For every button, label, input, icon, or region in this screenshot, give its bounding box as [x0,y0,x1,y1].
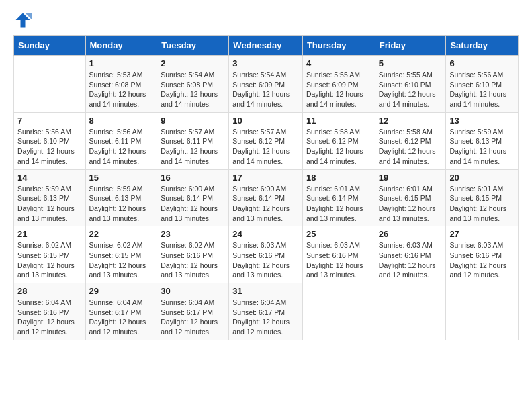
day-info: Sunrise: 6:03 AMSunset: 6:16 PMDaylight:… [379,240,443,280]
day-number: 27 [449,229,515,239]
day-cell: 11Sunrise: 5:58 AMSunset: 6:12 PMDayligh… [302,112,375,169]
logo [13,11,35,30]
day-number: 24 [232,229,299,239]
day-info: Sunrise: 5:55 AMSunset: 6:10 PMDaylight:… [379,70,443,109]
day-cell: 31Sunrise: 6:04 AMSunset: 6:17 PMDayligh… [229,283,303,340]
day-info: Sunrise: 5:59 AMSunset: 6:13 PMDaylight:… [449,127,515,167]
day-cell: 22Sunrise: 6:02 AMSunset: 6:15 PMDayligh… [85,226,157,283]
day-cell: 20Sunrise: 6:01 AMSunset: 6:15 PMDayligh… [446,169,519,226]
day-cell: 23Sunrise: 6:02 AMSunset: 6:16 PMDayligh… [157,226,229,283]
day-cell: 5Sunrise: 5:55 AMSunset: 6:10 PMDaylight… [375,56,446,113]
day-number: 14 [17,173,82,183]
day-info: Sunrise: 5:57 AMSunset: 6:11 PMDaylight:… [161,127,225,167]
day-cell: 3Sunrise: 5:54 AMSunset: 6:09 PMDaylight… [229,56,303,113]
day-info: Sunrise: 5:55 AMSunset: 6:09 PMDaylight:… [306,70,371,109]
day-cell: 14Sunrise: 5:59 AMSunset: 6:13 PMDayligh… [14,169,86,226]
header-day: Monday [85,36,157,56]
day-number: 29 [89,286,154,296]
header-day: Wednesday [229,36,303,56]
header-day: Friday [375,36,446,56]
header-day: Saturday [446,36,519,56]
day-cell: 24Sunrise: 6:03 AMSunset: 6:16 PMDayligh… [229,226,303,283]
page: SundayMondayTuesdayWednesdayThursdayFrid… [0,0,532,411]
day-info: Sunrise: 6:04 AMSunset: 6:17 PMDaylight:… [232,298,299,337]
day-number: 10 [232,116,299,126]
week-row: 14Sunrise: 5:59 AMSunset: 6:13 PMDayligh… [14,169,519,226]
week-row: 7Sunrise: 5:56 AMSunset: 6:10 PMDaylight… [14,112,519,169]
day-cell: 30Sunrise: 6:04 AMSunset: 6:17 PMDayligh… [157,283,229,340]
day-info: Sunrise: 5:54 AMSunset: 6:09 PMDaylight:… [232,70,299,109]
day-number: 13 [449,116,515,126]
day-number: 12 [379,116,443,126]
day-info: Sunrise: 5:58 AMSunset: 6:12 PMDaylight:… [379,127,443,167]
day-info: Sunrise: 6:04 AMSunset: 6:17 PMDaylight:… [89,298,154,337]
calendar-table: SundayMondayTuesdayWednesdayThursdayFrid… [13,35,519,340]
day-cell: 6Sunrise: 5:56 AMSunset: 6:10 PMDaylight… [446,56,519,113]
day-cell [302,283,375,340]
day-info: Sunrise: 6:03 AMSunset: 6:16 PMDaylight:… [232,240,299,280]
day-number: 17 [232,173,299,183]
header-day: Thursday [302,36,375,56]
day-info: Sunrise: 5:56 AMSunset: 6:10 PMDaylight:… [17,127,82,167]
week-row: 1Sunrise: 5:53 AMSunset: 6:08 PMDaylight… [14,56,519,113]
day-number: 3 [232,58,299,68]
day-info: Sunrise: 6:04 AMSunset: 6:17 PMDaylight:… [161,298,225,337]
day-number: 30 [161,286,225,296]
day-info: Sunrise: 6:02 AMSunset: 6:16 PMDaylight:… [161,240,225,280]
day-info: Sunrise: 6:00 AMSunset: 6:14 PMDaylight:… [232,184,299,224]
day-cell: 13Sunrise: 5:59 AMSunset: 6:13 PMDayligh… [446,112,519,169]
day-info: Sunrise: 5:57 AMSunset: 6:12 PMDaylight:… [232,127,299,167]
day-info: Sunrise: 5:59 AMSunset: 6:13 PMDaylight:… [17,184,82,224]
day-info: Sunrise: 6:04 AMSunset: 6:16 PMDaylight:… [17,298,82,337]
day-number: 23 [161,229,225,239]
day-number: 5 [379,58,443,68]
day-cell: 26Sunrise: 6:03 AMSunset: 6:16 PMDayligh… [375,226,446,283]
day-cell: 2Sunrise: 5:54 AMSunset: 6:08 PMDaylight… [157,56,229,113]
day-info: Sunrise: 5:59 AMSunset: 6:13 PMDaylight:… [89,184,154,224]
day-info: Sunrise: 6:01 AMSunset: 6:15 PMDaylight:… [379,184,443,224]
day-cell: 19Sunrise: 6:01 AMSunset: 6:15 PMDayligh… [375,169,446,226]
header-day: Tuesday [157,36,229,56]
day-cell: 15Sunrise: 5:59 AMSunset: 6:13 PMDayligh… [85,169,157,226]
day-cell: 21Sunrise: 6:02 AMSunset: 6:15 PMDayligh… [14,226,86,283]
day-info: Sunrise: 5:53 AMSunset: 6:08 PMDaylight:… [89,70,154,109]
day-cell: 27Sunrise: 6:03 AMSunset: 6:16 PMDayligh… [446,226,519,283]
day-number: 21 [17,229,82,239]
header-day: Sunday [14,36,86,56]
day-number: 2 [161,58,225,68]
day-info: Sunrise: 6:01 AMSunset: 6:14 PMDaylight:… [306,184,371,224]
day-info: Sunrise: 6:02 AMSunset: 6:15 PMDaylight:… [17,240,82,280]
day-number: 4 [306,58,371,68]
day-number: 18 [306,173,371,183]
logo-icon [13,11,32,30]
day-number: 22 [89,229,154,239]
day-info: Sunrise: 6:03 AMSunset: 6:16 PMDaylight:… [449,240,515,280]
day-number: 6 [449,58,515,68]
day-number: 31 [232,286,299,296]
day-info: Sunrise: 6:03 AMSunset: 6:16 PMDaylight:… [306,240,371,280]
day-cell: 16Sunrise: 6:00 AMSunset: 6:14 PMDayligh… [157,169,229,226]
day-info: Sunrise: 6:01 AMSunset: 6:15 PMDaylight:… [449,184,515,224]
day-cell [446,283,519,340]
day-number: 20 [449,173,515,183]
day-number: 26 [379,229,443,239]
day-info: Sunrise: 6:02 AMSunset: 6:15 PMDaylight:… [89,240,154,280]
day-info: Sunrise: 5:54 AMSunset: 6:08 PMDaylight:… [161,70,225,109]
day-cell [14,56,86,113]
day-cell: 7Sunrise: 5:56 AMSunset: 6:10 PMDaylight… [14,112,86,169]
day-cell: 8Sunrise: 5:56 AMSunset: 6:11 PMDaylight… [85,112,157,169]
day-info: Sunrise: 6:00 AMSunset: 6:14 PMDaylight:… [161,184,225,224]
day-number: 28 [17,286,82,296]
week-row: 28Sunrise: 6:04 AMSunset: 6:16 PMDayligh… [14,283,519,340]
day-cell: 1Sunrise: 5:53 AMSunset: 6:08 PMDaylight… [85,56,157,113]
day-info: Sunrise: 5:58 AMSunset: 6:12 PMDaylight:… [306,127,371,167]
day-number: 19 [379,173,443,183]
day-number: 25 [306,229,371,239]
day-number: 8 [89,116,154,126]
day-number: 16 [161,173,225,183]
day-info: Sunrise: 5:56 AMSunset: 6:11 PMDaylight:… [89,127,154,167]
day-cell: 28Sunrise: 6:04 AMSunset: 6:16 PMDayligh… [14,283,86,340]
day-cell: 10Sunrise: 5:57 AMSunset: 6:12 PMDayligh… [229,112,303,169]
day-number: 11 [306,116,371,126]
day-number: 7 [17,116,82,126]
